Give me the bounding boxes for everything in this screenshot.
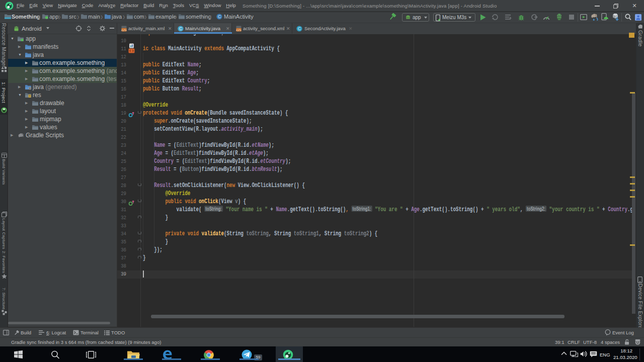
svg-text:C: C	[218, 14, 221, 19]
svg-text:C: C	[298, 26, 301, 31]
svg-text:C: C	[179, 26, 182, 31]
svg-text:</>: </>	[236, 29, 242, 32]
svg-text:</>: </>	[121, 29, 127, 32]
